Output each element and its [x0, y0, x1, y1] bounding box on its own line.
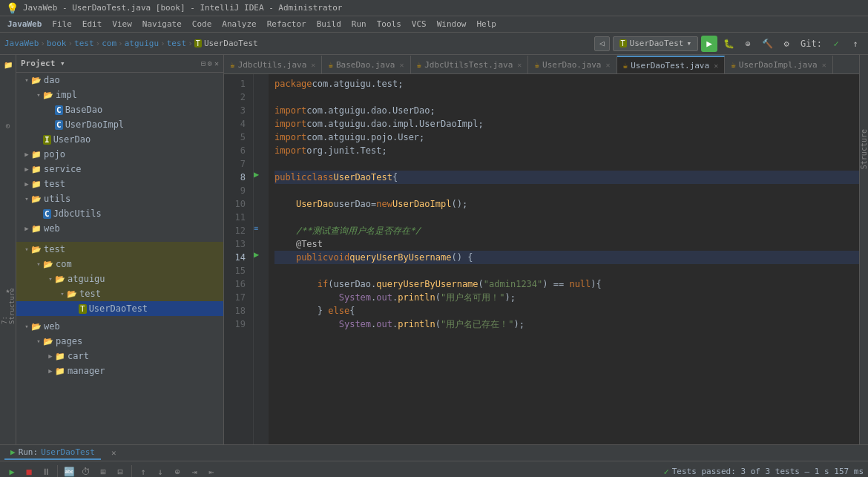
tree-item-userdaotest[interactable]: T UserDaoTest	[16, 301, 223, 316]
breadcrumb-atguigu[interactable]: atguigu	[125, 39, 159, 48]
tab-userdaotest[interactable]: ☕ UserDaoTest.java ✕	[617, 56, 726, 73]
close-panel-icon[interactable]: ✕	[214, 59, 219, 68]
menu-item-refactor[interactable]: Refactor	[263, 18, 311, 30]
tree-item-userdao[interactable]: I UserDao	[16, 132, 223, 147]
project-header-icons: ⊟ ⚙ ✕	[201, 59, 219, 68]
status-summary: ✓ Tests passed: 3 of 3 tests – 1 s 157 m…	[663, 467, 864, 477]
tree-item-userdaoimpl[interactable]: C UserDaoImpl	[16, 117, 223, 132]
structure-label[interactable]: Structure	[860, 129, 868, 169]
code-editor[interactable]: 1 2 3 4 5 6 7 8 9 10 11 12 13 14 15 16 1…	[224, 74, 859, 444]
menu-item-view[interactable]: View	[108, 18, 137, 30]
java-file-icon4: ☕	[534, 60, 539, 70]
menu-bar: JavaWeb File Edit View Navigate Code Ana…	[0, 16, 868, 33]
tree-item-web-main[interactable]: ▶ 📁 web	[16, 221, 223, 236]
sort-dur-button[interactable]: ⏱	[79, 464, 93, 478]
menu-item-vcs[interactable]: VCS	[407, 18, 431, 30]
project-icon[interactable]: 📁	[1, 58, 15, 71]
tree-item-jdbcutils[interactable]: C JdbcUtils	[16, 206, 223, 221]
tree-item-utils[interactable]: ▾ 📂 utils	[16, 191, 223, 206]
menu-item-edit[interactable]: Edit	[78, 18, 107, 30]
toolbar-right: ◁ T UserDaoTest ▾ ▶ 🐛 ⊕ 🔨 ⚙ Git: ✓ ↑	[594, 36, 864, 52]
menu-item-file[interactable]: File	[47, 18, 76, 30]
tab-close-userdaoimpl[interactable]: ✕	[822, 61, 826, 69]
structure-tab[interactable]: 7: Structure	[1, 300, 16, 313]
expand-button[interactable]: ⊞	[96, 464, 111, 478]
run-config-label: UserDaoTest	[630, 39, 684, 48]
tab-userdaoimpl[interactable]: ☕ UserDaoImpl.java ✕	[725, 56, 833, 73]
tab-close-jdbcutilstest[interactable]: ✕	[517, 61, 522, 69]
tab-close-jdbcutils[interactable]: ✕	[311, 61, 315, 69]
tab-close-userdao[interactable]: ✕	[606, 61, 611, 69]
stop-button[interactable]: ■	[22, 464, 36, 478]
breadcrumb-javaweb[interactable]: JavaWeb	[4, 39, 39, 48]
menu-item-tools[interactable]: Tools	[372, 18, 406, 30]
tree-item-impl[interactable]: ▾ 📂 impl	[16, 88, 223, 102]
tab-userdao[interactable]: ☕ UserDao.java ✕	[528, 56, 617, 73]
tab-jdbcutilstest[interactable]: ☕ JdbcUtilsTest.java ✕	[411, 56, 529, 73]
debug-button[interactable]: 🐛	[720, 36, 737, 52]
export-button[interactable]: ⇤	[204, 464, 219, 478]
menu-item-window[interactable]: Window	[433, 18, 471, 30]
run-icon: ▶	[10, 447, 16, 457]
run-button[interactable]: ▶	[701, 36, 717, 52]
settings-button[interactable]: ⚙	[778, 36, 795, 52]
settings-icon[interactable]: ⚙	[208, 59, 212, 68]
run-class-icon[interactable]: ▶	[254, 169, 259, 180]
tree-item-web[interactable]: ▾ 📂 web	[16, 319, 223, 334]
tab-close-userdaotest[interactable]: ✕	[714, 62, 718, 70]
build-button[interactable]: 🔨	[759, 36, 775, 52]
tab-jdbcutils[interactable]: ☕ JdbcUtils.java ✕	[224, 56, 322, 73]
tree-item-service[interactable]: ▶ 📁 service	[16, 162, 223, 177]
project-panel: Project ▾ ⊟ ⚙ ✕ ▾ 📂 dao ▾ 📂 impl	[16, 55, 224, 444]
menu-item-run[interactable]: Run	[347, 18, 371, 30]
code-content[interactable]: package com.atguigu.test; import com.atg…	[269, 74, 859, 444]
tree-item-test-main[interactable]: ▶ 📁 test	[16, 177, 223, 191]
tree-item-com[interactable]: ▾ 📂 com	[16, 257, 223, 272]
chevron-down-icon: ▾	[686, 39, 691, 48]
rerun-button[interactable]: ▶	[4, 464, 19, 478]
suspend-button[interactable]: ⏸	[39, 464, 53, 478]
expand-all-button[interactable]: ⊕	[170, 464, 185, 478]
menu-item-navigate[interactable]: Navigate	[138, 18, 186, 30]
java-file-icon: ☕	[230, 60, 235, 70]
breadcrumb-test1[interactable]: test	[74, 39, 94, 48]
collapse-all-icon[interactable]: ⊟	[201, 59, 206, 68]
next-fail-button[interactable]: ↓	[153, 464, 168, 478]
prev-fail-button[interactable]: ↑	[136, 464, 151, 478]
tree-item-cart[interactable]: ▶ 📁 cart	[16, 349, 223, 363]
breadcrumb-com[interactable]: com	[102, 39, 116, 48]
run-tab-close[interactable]: ✕	[105, 447, 122, 459]
run-coverage-button[interactable]: ⊕	[740, 36, 756, 52]
menu-item-analyze[interactable]: Analyze	[217, 18, 260, 30]
menu-item-help[interactable]: Help	[472, 18, 501, 30]
tree-item-pojo[interactable]: ▶ 📁 pojo	[16, 147, 223, 162]
commit-icon[interactable]: ⊙	[1, 119, 15, 132]
breadcrumb-book[interactable]: book	[47, 39, 67, 48]
run-config-selector[interactable]: T UserDaoTest ▾	[613, 36, 699, 51]
run-method-icon[interactable]: ▶	[254, 249, 259, 260]
tree-item-dao[interactable]: ▾ 📂 dao	[16, 73, 223, 88]
tab-basedao[interactable]: ☕ BaseDao.java ✕	[322, 56, 410, 73]
menu-item-javaweb[interactable]: JavaWeb	[3, 18, 46, 30]
app-icon: 💡	[6, 2, 19, 14]
menu-item-build[interactable]: Build	[312, 18, 346, 30]
collapse-button[interactable]: ⊟	[113, 464, 128, 478]
tree-item-test-inner[interactable]: ▾ 📂 test	[16, 286, 223, 301]
tree-item-manager[interactable]: ▶ 📁 manager	[16, 363, 223, 378]
import-button[interactable]: ⇥	[187, 464, 202, 478]
menu-item-code[interactable]: Code	[188, 18, 217, 30]
main-area: 📁 ⊙ ★ 7: Structure Project ▾ ⊟ ⚙ ✕ ▾ 📂 d…	[0, 55, 868, 444]
tree-item-atguigu[interactable]: ▾ 📂 atguigu	[16, 272, 223, 286]
java-file-icon6: ☕	[731, 60, 736, 70]
run-tab[interactable]: ▶ Run: UserDaoTest	[4, 446, 101, 460]
editor-area: ☕ JdbcUtils.java ✕ ☕ BaseDao.java ✕ ☕ Jd…	[224, 55, 859, 444]
sort-alpha-button[interactable]: 🔤	[62, 464, 76, 478]
tree-item-pages[interactable]: ▾ 📂 pages	[16, 334, 223, 349]
structure-panel: Structure	[859, 55, 868, 444]
tree-item-test-root[interactable]: ▾ 📂 test	[16, 242, 223, 257]
update-icon[interactable]: ↑	[847, 36, 864, 52]
breadcrumb-test2[interactable]: test	[167, 39, 187, 48]
back-button[interactable]: ◁	[594, 36, 610, 51]
tab-close-basedao[interactable]: ✕	[399, 61, 404, 69]
tree-item-basedao[interactable]: C BaseDao	[16, 102, 223, 117]
